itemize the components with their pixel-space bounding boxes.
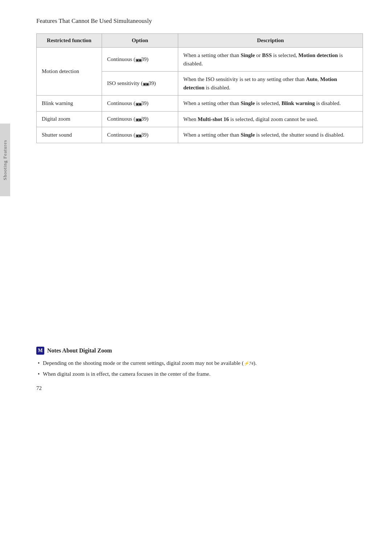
cell-option: Continuous (▣▣39) — [102, 48, 178, 72]
cell-option: ISO sensitivity (▣▣39) — [102, 72, 178, 96]
notes-list: Depending on the shooting mode or the cu… — [36, 359, 363, 378]
cell-description: When the ISO sensitivity is set to any s… — [178, 72, 363, 96]
list-item: Depending on the shooting mode or the cu… — [36, 359, 363, 367]
notes-icon: M — [36, 347, 44, 355]
features-table: Restricted function Option Description M… — [36, 33, 363, 143]
cell-restricted: Motion detection — [37, 48, 102, 96]
notes-title: M Notes About Digital Zoom — [36, 347, 363, 355]
notes-section: M Notes About Digital Zoom Depending on … — [36, 347, 363, 378]
cell-restricted: Digital zoom — [37, 111, 102, 127]
cell-option: Continuous (▣▣39) — [102, 96, 178, 112]
cell-restricted: Shutter sound — [37, 127, 102, 143]
ref-link: ⚡74 — [244, 361, 253, 366]
cell-description: When a setting other than Single is sele… — [178, 96, 363, 112]
cell-description: When Multi-shot 16 is selected, digital … — [178, 111, 363, 127]
cell-restricted: Blink warning — [37, 96, 102, 112]
notes-title-text: Notes About Digital Zoom — [47, 347, 112, 354]
page: Shooting Features Features That Cannot B… — [0, 0, 392, 403]
cell-description: When a setting other than Single is sele… — [178, 127, 363, 143]
page-title: Features That Cannot Be Used Simultaneou… — [36, 17, 363, 25]
cell-option: Continuous (▣▣39) — [102, 111, 178, 127]
header-restricted: Restricted function — [37, 34, 102, 48]
cell-description: When a setting other than Single or BSS … — [178, 48, 363, 72]
page-number: 72 — [36, 385, 42, 391]
list-item: When digital zoom is in effect, the came… — [36, 370, 363, 378]
cell-option: Continuous (▣▣39) — [102, 127, 178, 143]
sidebar-label: Shooting Features — [0, 124, 10, 196]
header-option: Option — [102, 34, 178, 48]
header-description: Description — [178, 34, 363, 48]
